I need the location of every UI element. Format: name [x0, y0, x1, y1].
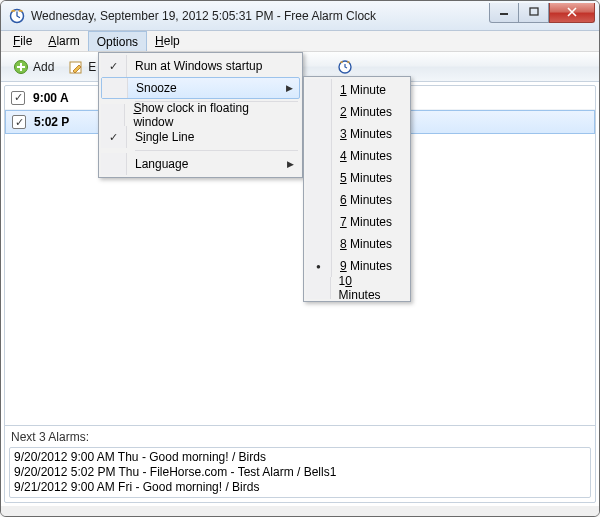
statusbar [1, 506, 599, 516]
snooze-option-label: 7 Minutes [340, 215, 392, 229]
snooze-option-label: 2 Minutes [340, 105, 392, 119]
radio-empty [306, 189, 332, 211]
app-window: Wednesday, September 19, 2012 5:05:31 PM… [0, 0, 600, 517]
clock-button[interactable] [331, 57, 359, 77]
menu-file[interactable]: File [5, 31, 40, 51]
separator [135, 150, 298, 151]
next-alarms-label: Next 3 Alarms: [9, 428, 591, 447]
radio-empty [306, 145, 332, 167]
snooze-option-label: 9 Minutes [340, 259, 392, 273]
menu-options[interactable]: Options [88, 31, 147, 51]
snooze-option-label: 10 Minutes [339, 274, 394, 302]
snooze-submenu: 1 Minute2 Minutes3 Minutes4 Minutes5 Min… [303, 76, 411, 302]
opt-single-line[interactable]: Single Line [101, 126, 300, 148]
clock-icon [337, 59, 353, 75]
add-button[interactable]: Add [7, 57, 60, 77]
snooze-option-label: 6 Minutes [340, 193, 392, 207]
snooze-option-label: 8 Minutes [340, 237, 392, 251]
edit-icon [68, 59, 84, 75]
minimize-button[interactable] [489, 3, 519, 23]
opt-run-startup[interactable]: Run at Windows startup [101, 55, 300, 77]
snooze-option-label: 4 Minutes [340, 149, 392, 163]
radio-empty [306, 277, 331, 299]
snooze-option[interactable]: 8 Minutes [306, 233, 408, 255]
radio-empty [306, 233, 332, 255]
app-icon [9, 8, 25, 24]
svg-rect-1 [500, 13, 508, 15]
alarm-checkbox[interactable] [12, 115, 26, 129]
next-alarm-line: 9/20/2012 5:02 PM Thu - FileHorse.com - … [14, 465, 586, 480]
snooze-option[interactable]: 1 Minute [306, 79, 408, 101]
menu-help[interactable]: Help [147, 31, 188, 51]
next-alarm-line: 9/21/2012 9:00 AM Fri - Good morning! / … [14, 480, 586, 495]
maximize-button[interactable] [519, 3, 549, 23]
snooze-option[interactable]: 10 Minutes [306, 277, 408, 299]
alarm-checkbox[interactable] [11, 91, 25, 105]
snooze-option-label: 1 Minute [340, 83, 386, 97]
titlebar[interactable]: Wednesday, September 19, 2012 5:05:31 PM… [1, 1, 599, 31]
snooze-option[interactable]: 6 Minutes [306, 189, 408, 211]
window-controls [489, 3, 595, 23]
chevron-right-icon: ▶ [286, 83, 293, 93]
next-alarms-box: 9/20/2012 9:00 AM Thu - Good morning! / … [9, 447, 591, 498]
opt-show-clock[interactable]: Show clock in floating window [101, 104, 300, 126]
radio-empty [306, 167, 332, 189]
radio-empty [306, 211, 332, 233]
snooze-option[interactable]: 3 Minutes [306, 123, 408, 145]
opt-snooze[interactable]: Snooze ▶ [101, 77, 300, 99]
radio-empty [306, 123, 332, 145]
menubar: File Alarm Options Help [1, 31, 599, 52]
close-button[interactable] [549, 3, 595, 23]
opt-language[interactable]: Language ▶ [101, 153, 300, 175]
alarm-time: 5:02 P [34, 115, 69, 129]
snooze-option-label: 5 Minutes [340, 171, 392, 185]
add-label: Add [33, 60, 54, 74]
alarm-time: 9:00 A [33, 91, 69, 105]
snooze-option[interactable]: 4 Minutes [306, 145, 408, 167]
svg-rect-2 [530, 8, 538, 15]
menu-alarm[interactable]: Alarm [40, 31, 87, 51]
edit-button[interactable]: E [62, 57, 102, 77]
radio-empty [306, 79, 332, 101]
radio-empty [306, 101, 332, 123]
snooze-option[interactable]: 2 Minutes [306, 101, 408, 123]
snooze-option-label: 3 Minutes [340, 127, 392, 141]
check-icon [101, 126, 127, 148]
next-alarms-panel: Next 3 Alarms: 9/20/2012 9:00 AM Thu - G… [5, 425, 595, 502]
chevron-right-icon: ▶ [287, 159, 294, 169]
snooze-option[interactable]: 7 Minutes [306, 211, 408, 233]
next-alarm-line: 9/20/2012 9:00 AM Thu - Good morning! / … [14, 450, 586, 465]
check-icon [101, 55, 127, 77]
options-dropdown: Run at Windows startup Snooze ▶ Show clo… [98, 52, 303, 178]
add-icon [13, 59, 29, 75]
radio-dot-icon [306, 255, 332, 277]
window-title: Wednesday, September 19, 2012 5:05:31 PM… [31, 9, 489, 23]
edit-label: E [88, 60, 96, 74]
snooze-option[interactable]: 5 Minutes [306, 167, 408, 189]
